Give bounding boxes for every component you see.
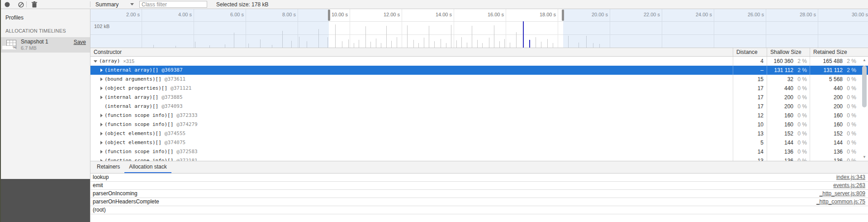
table-row[interactable]: (object properties)[]@371121174400 %4400… [90,84,868,93]
ruler-tick-label: 14.00 s [436,12,452,17]
sidebar-item-snapshot-1[interactable]: % Snapshot 1 6.7 MB Save [0,37,90,53]
retained-size-cell: 165 4882 % [810,57,868,66]
constructor-cell: (internal array)[]@373885 [90,93,733,102]
stack-frame-row[interactable]: parserOnIncoming_http_server.js:809 [90,190,868,198]
delete-profile-button[interactable] [31,1,38,8]
allocation-bar [413,40,414,48]
table-row[interactable]: (internal array)[]@373885172000 %2000 % [90,93,868,102]
record-button[interactable] [4,1,11,8]
retained-size-cell: 1520 % [810,129,868,138]
size-value: 136 [810,147,843,156]
expand-arrow-icon[interactable] [100,96,103,99]
size-value: 160 360 [767,57,793,66]
expand-arrow-icon[interactable] [100,87,103,90]
table-row[interactable]: (function scope info)[]@372583141360 %13… [90,147,868,156]
size-value: 5 568 [810,75,843,84]
table-row[interactable]: (function scope info)[]@372181131360 %13… [90,156,868,161]
constructor-name: (function scope info)[] [104,120,173,129]
clear-icon [18,2,24,8]
shallow-size-cell: 1600 % [767,111,810,120]
stack-frame-row[interactable]: (root) [90,206,868,214]
column-header-shallow-size[interactable]: Shallow Size [767,48,810,56]
size-value: 160 [810,120,843,129]
table-row[interactable]: (function scope info)[]@372333121600 %16… [90,111,868,120]
sidebar-bottom-filler [0,179,90,222]
retained-size-cell: 4400 % [810,84,868,93]
allocation-bar [407,25,408,48]
allocation-bar [456,40,457,48]
perspective-select[interactable]: Summary [93,0,137,9]
table-row[interactable]: (object elements)[]@374555131520 %1520 % [90,129,868,138]
allocation-bar [424,38,424,48]
column-header-distance[interactable]: Distance [733,48,767,56]
allocation-timeline-overview[interactable]: 102 kB 2.00 s4.00 s6.00 s8.00 s10.00 s12… [90,9,868,48]
stack-frame-source-link[interactable]: index.js:343 [836,174,865,181]
size-percent: 0 % [843,102,856,111]
column-header-constructor[interactable]: Constructor [90,48,733,56]
allocation-bar [541,42,541,48]
allocation-bar [510,43,510,48]
scrollbar-thumb[interactable] [862,66,867,107]
heap-snapshot-icon: % [6,40,16,49]
heap-grid-rows: (array)×3154160 3602 %165 4882 %(interna… [90,57,868,161]
collapse-arrow-icon[interactable] [94,60,97,63]
allocation-timelines-section-label: ALLOCATION TIMELINES [5,28,66,34]
table-row[interactable]: (function scope info)[]@374279101600 %16… [90,120,868,129]
size-value: 160 [810,111,843,120]
allocation-bar [461,37,462,48]
expand-arrow-icon[interactable] [100,123,103,126]
size-percent: 0 % [843,138,856,147]
expand-arrow-icon[interactable] [100,141,103,145]
retained-size-cell: 1600 % [810,111,868,120]
selection-handle-left[interactable] [328,10,330,21]
constructor-name: (object elements)[] [104,129,161,138]
tab-retainers[interactable]: Retainers [92,161,124,173]
selection-handle-right[interactable] [562,10,564,21]
scroll-down-icon[interactable]: ▼ [861,154,868,160]
ruler-tick-label: 18.00 s [540,12,556,17]
stack-frame-row[interactable]: lookupindex.js:343 [90,174,868,182]
retained-size-cell: 1440 % [810,138,868,147]
distance-cell: 14 [733,147,767,156]
clear-profiles-button[interactable] [17,1,24,8]
size-value: 200 [767,102,793,111]
allocation-bar [434,41,435,48]
tab-allocation-stack[interactable]: Allocation stack [124,161,171,173]
distance-cell: 13 [733,156,767,161]
column-header-retained-size[interactable]: Retained Size [810,48,868,56]
allocation-bar-live [529,40,530,48]
object-id: @373885 [161,93,182,102]
expand-arrow-icon[interactable] [100,77,103,81]
allocation-bar [553,43,553,48]
size-value: 200 [810,93,843,102]
size-percent: 0 % [793,93,807,102]
object-id: @372583 [176,147,197,156]
perspective-select-value: Summary [95,1,119,8]
stack-frame-function: emit [93,182,103,189]
table-row[interactable]: (object elements)[]@37407551440 %1440 % [90,138,868,147]
stack-frame-function: lookup [93,174,109,181]
expand-arrow-icon[interactable] [100,114,103,117]
stack-frame-row[interactable]: parserOnHeadersComplete_http_common.js:7… [90,198,868,206]
allocation-bar [386,26,387,48]
stack-frame-source-link[interactable]: _http_common.js:75 [816,198,865,206]
save-snapshot-link[interactable]: Save [74,39,86,45]
allocation-bar [418,43,419,48]
expand-arrow-icon[interactable] [100,150,103,154]
stack-frame-source-link[interactable]: _http_server.js:809 [820,190,865,198]
stack-frame-row[interactable]: emitevents.js:263 [90,182,868,190]
expand-arrow-icon[interactable] [100,132,103,135]
retained-size-cell: 5 5680 % [810,75,868,84]
class-filter-input[interactable] [139,1,207,8]
stack-frame-source-link[interactable]: events.js:263 [833,182,865,189]
table-row[interactable]: (bound arguments)[]@37361115320 %5 5680 … [90,75,868,84]
table-row[interactable]: (array)×3154160 3602 %165 4882 % [90,57,868,66]
expand-arrow-icon[interactable] [100,68,103,72]
size-value: 160 [767,111,793,120]
grid-scrollbar[interactable]: ▲ ▼ [861,58,868,160]
size-value: 144 [810,138,843,147]
table-row[interactable]: (internal array)[]@369387–131 1122 %131 … [90,66,868,75]
table-row[interactable]: (internal array)[]@374093172000 %2000 % [90,102,868,111]
object-id: @372181 [176,156,197,161]
scroll-up-icon[interactable]: ▲ [861,58,868,63]
